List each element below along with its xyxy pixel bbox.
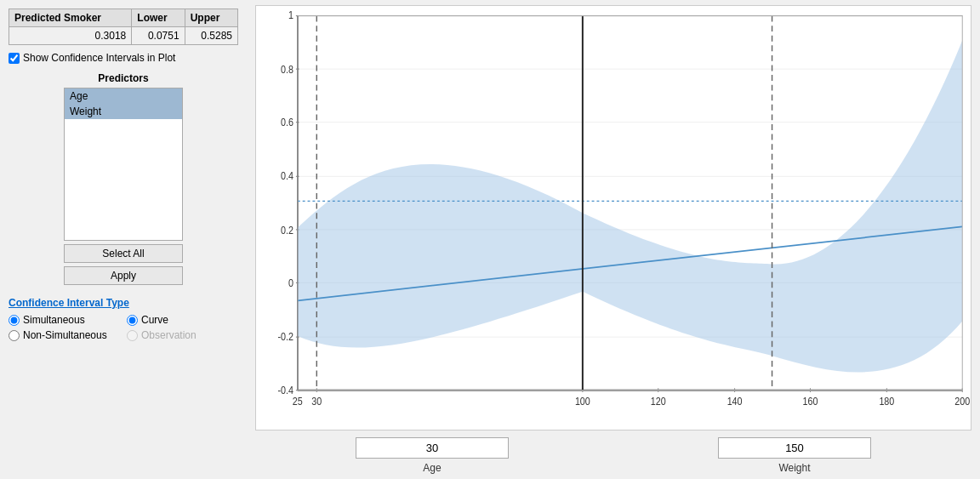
simultaneous-row: Simultaneous <box>9 314 120 326</box>
prediction-table: Predicted Smoker Lower Upper 0.3018 0.07… <box>9 9 238 45</box>
btn-row: Select All Apply <box>64 244 183 285</box>
ci-type-radio-grid: Simultaneous Curve Non-Simultaneous Obse… <box>9 314 238 341</box>
lower-header: Lower <box>132 9 185 27</box>
observation-radio[interactable] <box>127 330 138 341</box>
svg-text:180: 180 <box>879 395 894 407</box>
svg-text:0.4: 0.4 <box>281 169 293 181</box>
age-slider-group: Age <box>356 437 509 474</box>
predicted-smoker-header: Predicted Smoker <box>9 9 132 27</box>
predicted-value: 0.3018 <box>9 27 132 45</box>
lower-value: 0.0751 <box>132 27 185 45</box>
predictors-label: Predictors <box>98 72 148 84</box>
non-simultaneous-label: Non-Simultaneous <box>23 329 107 341</box>
show-ci-checkbox[interactable] <box>9 53 20 64</box>
observation-label: Observation <box>141 329 197 341</box>
predictors-section: Predictors Age Weight Select All Apply <box>9 72 238 285</box>
simultaneous-radio[interactable] <box>9 315 20 326</box>
upper-value: 0.5285 <box>185 27 237 45</box>
svg-text:-0.4: -0.4 <box>277 384 293 396</box>
svg-text:200: 200 <box>954 395 970 407</box>
svg-text:100: 100 <box>575 395 590 407</box>
svg-text:0: 0 <box>288 277 293 288</box>
upper-header: Upper <box>185 9 237 27</box>
svg-text:1: 1 <box>288 9 293 20</box>
svg-text:-0.2: -0.2 <box>277 330 293 342</box>
non-simultaneous-row: Non-Simultaneous <box>9 329 120 341</box>
chart-area: 1 0.8 0.6 0.4 0.2 0 -0.2 <box>255 5 971 431</box>
svg-text:30: 30 <box>311 395 322 407</box>
weight-input[interactable] <box>718 437 871 459</box>
select-all-button[interactable]: Select All <box>64 244 183 263</box>
ci-type-link[interactable]: Confidence Interval Type <box>9 297 238 309</box>
slider-row: Age Weight <box>255 437 971 474</box>
weight-slider-group: Weight <box>718 437 871 474</box>
predictor-item-weight[interactable]: Weight <box>65 104 182 119</box>
svg-text:0.8: 0.8 <box>281 63 293 75</box>
table-row: 0.3018 0.0751 0.5285 <box>9 27 238 45</box>
curve-radio[interactable] <box>127 315 138 326</box>
age-slider-label: Age <box>423 462 441 474</box>
show-ci-label: Show Confidence Intervals in Plot <box>23 52 175 64</box>
svg-text:0.6: 0.6 <box>281 116 293 128</box>
age-input[interactable] <box>356 437 509 459</box>
right-panel: 1 0.8 0.6 0.4 0.2 0 -0.2 <box>247 0 980 479</box>
predictors-list[interactable]: Age Weight <box>64 88 183 241</box>
svg-text:25: 25 <box>293 395 303 407</box>
curve-label: Curve <box>141 314 168 326</box>
chart-svg: 1 0.8 0.6 0.4 0.2 0 -0.2 <box>256 6 971 430</box>
svg-text:140: 140 <box>727 395 743 407</box>
svg-text:120: 120 <box>651 395 666 407</box>
show-ci-row: Show Confidence Intervals in Plot <box>9 52 238 64</box>
weight-slider-label: Weight <box>778 462 810 474</box>
simultaneous-label: Simultaneous <box>23 314 85 326</box>
svg-text:0.2: 0.2 <box>281 224 293 236</box>
ci-type-section: Confidence Interval Type Simultaneous Cu… <box>9 297 238 341</box>
predictor-item-age[interactable]: Age <box>65 88 182 104</box>
curve-row: Curve <box>127 314 238 326</box>
apply-button[interactable]: Apply <box>64 266 183 285</box>
left-panel: Predicted Smoker Lower Upper 0.3018 0.07… <box>0 0 247 479</box>
observation-row: Observation <box>127 329 238 341</box>
svg-text:160: 160 <box>803 395 818 407</box>
non-simultaneous-radio[interactable] <box>9 330 20 341</box>
